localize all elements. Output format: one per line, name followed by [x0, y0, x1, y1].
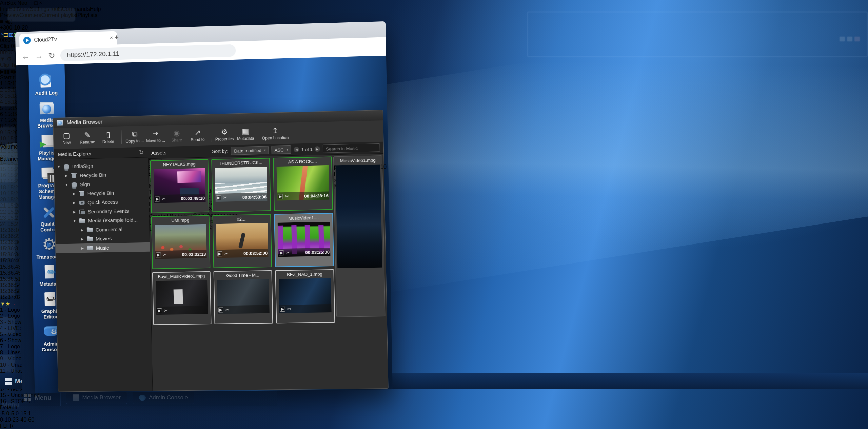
- toolbar-button[interactable]: [211, 128, 211, 142]
- tab-close-icon[interactable]: ×: [110, 35, 113, 41]
- asset-card[interactable]: THUNDERSTRUCK... ▶ ✂ 00:04:53:06: [211, 158, 271, 212]
- toolbar-button[interactable]: ⧉ Copy to ...: [124, 127, 145, 147]
- toolbar-button-icon: ⧉: [132, 130, 137, 138]
- asset-play-icon[interactable]: ▶: [279, 250, 284, 255]
- tree-item[interactable]: ▶ Music: [56, 242, 150, 253]
- asset-trim-icon[interactable]: ✂: [162, 196, 166, 201]
- reload-icon[interactable]: ↻: [48, 51, 55, 60]
- menu-grid-icon-reflection: [24, 394, 31, 401]
- ghost-menu-label: Menu: [2, 401, 19, 409]
- menu-item[interactable]: Help: [90, 6, 101, 12]
- tree-expand-icon[interactable]: ▶: [80, 228, 84, 232]
- toolbar-button[interactable]: ▤ Metadata: [235, 124, 256, 144]
- fader-tick-label: +30: [0, 25, 9, 31]
- asset-trim-icon[interactable]: ✂: [287, 306, 291, 312]
- tree-expand-icon[interactable]: ▼: [57, 165, 61, 169]
- toolbar-button[interactable]: ▢ New: [56, 129, 77, 148]
- asset-card[interactable]: AS A ROCK.... ▶ ✂ 00:04:28:16: [273, 156, 333, 211]
- tree-expand-icon[interactable]: ▶: [72, 210, 76, 214]
- pager-prev-icon[interactable]: ◀: [294, 147, 299, 152]
- meter-scale-label: -10: [3, 417, 11, 423]
- asset-trim-icon[interactable]: ✂: [224, 251, 229, 256]
- toolbar-button[interactable]: ↥ Open Location: [262, 124, 289, 143]
- toolbar-button[interactable]: ⚙ Properties: [214, 125, 235, 144]
- maximize-icon[interactable]: □: [34, 0, 38, 6]
- asset-card[interactable]: UMI.mpg ▶ ✂ 00:03:32:13: [151, 215, 211, 269]
- meter-scale-label: -40: [19, 417, 26, 423]
- asset-play-icon[interactable]: ▶: [280, 306, 285, 311]
- close-icon[interactable]: ×: [39, 0, 42, 6]
- meter-channels: FLFR: [0, 423, 868, 429]
- assets-pager: ◀ 1 of 1 ▶: [294, 146, 320, 152]
- balance-label: Balance: [0, 156, 20, 162]
- asset-card[interactable]: Boys_MusicVideo1.mpg ▶ ✂: [152, 271, 212, 325]
- burger-icon[interactable]: ≡: [0, 19, 3, 24]
- new-tab-button[interactable]: +: [114, 33, 119, 42]
- taskbar-reflection-icon: [73, 395, 79, 401]
- address-bar[interactable]: https://172.20.1.11: [60, 44, 236, 61]
- asset-trim-icon[interactable]: ✂: [163, 252, 167, 257]
- asset-trim-icon[interactable]: ✂: [225, 307, 230, 312]
- asset-play-icon[interactable]: ▶: [155, 196, 160, 201]
- airbox-tab[interactable]: Playlists: [78, 12, 98, 18]
- airbox-toolbar-icon[interactable]: ▤: [3, 31, 8, 37]
- asset-play-icon[interactable]: ▶: [217, 251, 222, 256]
- toolbar-button-icon: ↥: [272, 127, 278, 135]
- asset-trim-icon[interactable]: ✂: [285, 194, 289, 199]
- forward-icon[interactable]: →: [35, 51, 43, 60]
- asset-name: AS A ROCK....: [274, 157, 331, 166]
- toolbar-button[interactable]: ◉ Share: [166, 126, 187, 145]
- asset-card[interactable]: NEYTALKS.mpg ▶ ✂ 00:03:48:10: [150, 159, 210, 213]
- tree-expand-icon[interactable]: ▼: [73, 219, 77, 223]
- tree-expand-icon[interactable]: ▶: [80, 246, 84, 250]
- toolbar-button-label: Copy to ...: [125, 138, 144, 143]
- tree-expand-icon[interactable]: ▼: [64, 183, 68, 187]
- meter-scale: 0-10-23-40-60: [0, 417, 868, 423]
- asset-trim-icon[interactable]: ✂: [223, 195, 228, 200]
- back-icon[interactable]: ←: [22, 51, 30, 61]
- airbox-toolbar-icon[interactable]: ◔: [0, 31, 3, 37]
- toolbar-button[interactable]: ▯ Delete: [98, 128, 119, 147]
- asset-play-icon[interactable]: ▶: [278, 194, 283, 199]
- sort-field-select[interactable]: Date modified ▾: [231, 146, 269, 155]
- preview-video[interactable]: [336, 165, 382, 268]
- asset-preview-pane: MusicVideo1.mpg Position:00:01:05:10 In:…: [333, 155, 386, 317]
- search-input[interactable]: Search in Music: [323, 143, 380, 153]
- asset-card[interactable]: BEZ_NAD_1.mpg ▶ ✂: [275, 269, 335, 324]
- toolbar-button[interactable]: ↗ Send to: [187, 125, 208, 145]
- asset-trim-icon[interactable]: ✂: [164, 308, 168, 313]
- pager-next-icon[interactable]: ▶: [315, 146, 320, 152]
- asset-card[interactable]: 02.... ▶ ✂ 00:03:52:00: [212, 214, 272, 268]
- toolbar-button[interactable]: [259, 127, 259, 141]
- tree-expand-icon[interactable]: ▶: [72, 201, 76, 204]
- toolbar-button-label: Delete: [102, 139, 114, 144]
- asset-play-icon[interactable]: ▶: [156, 252, 161, 257]
- tree-item-icon: [86, 227, 93, 232]
- toolbar-button[interactable]: ⇥ Move to ...: [145, 126, 166, 146]
- tree-expand-icon[interactable]: ▶: [72, 192, 76, 195]
- asset-card[interactable]: MusicVideo1.... ▶ ✂ 00:03:25:00: [274, 213, 334, 267]
- asset-play-icon[interactable]: ▶: [216, 195, 221, 200]
- tree-expand-icon[interactable]: ▶: [64, 174, 68, 177]
- toolbar-button-label: Properties: [215, 136, 234, 141]
- tree-item-label: Movies: [96, 236, 112, 242]
- airbox-toolbar-icon[interactable]: ▦: [8, 31, 14, 37]
- assets-grid: NEYTALKS.mpg ▶ ✂ 00:03:48:10 THUNDERSTRU…: [150, 156, 337, 325]
- asset-play-icon[interactable]: ▶: [218, 307, 224, 312]
- toolbar-button[interactable]: ✎ Rename: [77, 128, 98, 148]
- refresh-icon[interactable]: ↻: [139, 149, 144, 156]
- asset-play-icon[interactable]: ▶: [157, 308, 162, 313]
- ghost-window-buttons: [837, 37, 860, 43]
- assets-panel: Assets Sort by: Date modified ▾ ASC ▾: [148, 142, 388, 391]
- minimize-icon[interactable]: ─: [29, 0, 33, 6]
- toolbar-button-icon: ✎: [84, 131, 91, 139]
- tree-expand-icon[interactable]: ▶: [80, 237, 84, 241]
- sort-order-select[interactable]: ASC ▾: [271, 145, 291, 154]
- asset-trim-icon[interactable]: ✂: [286, 250, 290, 255]
- toolbar-button[interactable]: [121, 130, 122, 144]
- launcher-app-icon[interactable]: Audit Log: [28, 73, 65, 96]
- asset-duration: 00:03:25:00: [305, 249, 330, 255]
- asset-card[interactable]: Good Time - M... ▶ ✂: [214, 270, 273, 324]
- desktop: Menu Menu Media Browser Admin Console Me…: [0, 0, 868, 429]
- media-browser-title: Media Browser: [66, 119, 102, 126]
